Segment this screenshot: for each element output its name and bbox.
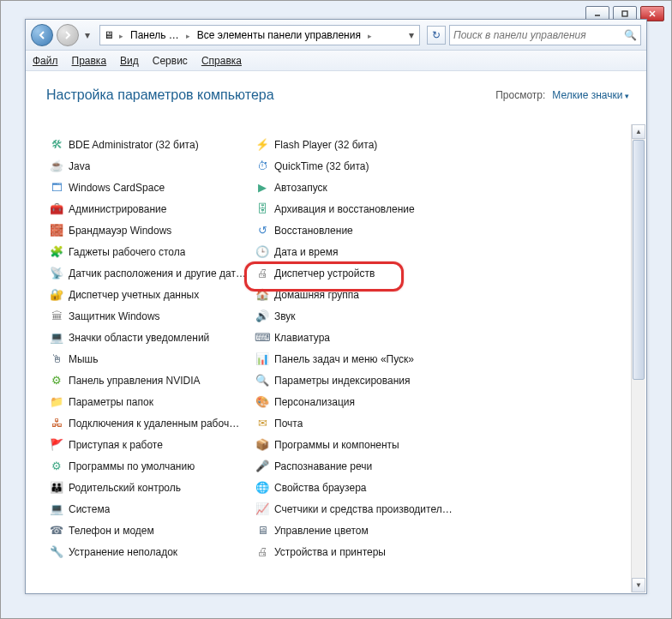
item-label: Диспетчер учетных данных bbox=[69, 289, 199, 301]
scroll-up-button[interactable]: ▲ bbox=[632, 124, 645, 139]
breadcrumb-seg-1[interactable]: Панель … bbox=[127, 29, 183, 41]
item-label: Почта bbox=[274, 418, 303, 430]
menu-tools[interactable]: Сервис bbox=[153, 55, 188, 67]
control-panel-item[interactable]: 📈Счетчики и средства производител… bbox=[252, 498, 458, 520]
control-panel-item[interactable]: 🔧Устранение неполадок bbox=[46, 541, 252, 562]
items-grid: 🛠BDE Administrator (32 бита)⚡Flash Playe… bbox=[46, 134, 621, 562]
item-icon: 🛠 bbox=[50, 138, 63, 152]
item-icon: ↺ bbox=[255, 224, 269, 237]
control-panel-item[interactable]: 👪Родительский контроль bbox=[46, 477, 252, 498]
item-icon: 🖥 bbox=[255, 524, 269, 538]
control-panel-item[interactable]: 🚩Приступая к работе bbox=[46, 434, 252, 455]
menu-file[interactable]: Файл bbox=[33, 55, 58, 67]
item-label: Телефон и модем bbox=[69, 525, 154, 537]
view-dropdown[interactable]: Мелкие значки bbox=[552, 89, 629, 101]
item-icon: 🏠 bbox=[255, 288, 269, 302]
breadcrumb-separator-icon[interactable] bbox=[117, 29, 125, 41]
item-label: Счетчики и средства производител… bbox=[274, 503, 453, 515]
breadcrumb-separator-icon[interactable] bbox=[184, 29, 192, 41]
menu-view[interactable]: Вид bbox=[120, 55, 139, 67]
control-panel-item[interactable]: 🛠BDE Administrator (32 бита) bbox=[46, 134, 252, 155]
item-icon: ✉ bbox=[255, 417, 269, 430]
scroll-down-button[interactable]: ▼ bbox=[632, 578, 645, 592]
search-input[interactable] bbox=[453, 29, 624, 41]
control-panel-item[interactable]: 🖨Устройства и принтеры bbox=[252, 541, 458, 562]
back-button[interactable] bbox=[31, 24, 53, 46]
forward-button[interactable] bbox=[57, 24, 79, 46]
control-panel-item[interactable]: 🖧Подключения к удаленным рабоч… bbox=[46, 412, 252, 434]
control-panel-item[interactable]: 🖨Диспетчер устройств bbox=[252, 262, 458, 284]
control-panel-item[interactable]: 🌐Свойства браузера bbox=[252, 477, 458, 498]
item-icon: 🔐 bbox=[50, 288, 63, 302]
control-panel-item[interactable]: 🏠Домашняя группа bbox=[252, 284, 458, 305]
control-panel-item[interactable]: 🔊Звук bbox=[252, 305, 458, 327]
control-panel-item[interactable]: ↺Восстановление bbox=[252, 219, 458, 241]
item-label: Восстановление bbox=[274, 225, 353, 237]
control-panel-item[interactable]: 🗄Архивация и восстановление bbox=[252, 198, 458, 219]
item-icon: 🚩 bbox=[50, 438, 63, 452]
control-panel-item[interactable]: ☎Телефон и модем bbox=[46, 520, 252, 541]
address-dropdown-icon[interactable]: ▾ bbox=[405, 29, 417, 41]
item-icon: 📡 bbox=[50, 267, 63, 280]
control-panel-item[interactable]: 🏛Защитник Windows bbox=[46, 305, 252, 327]
content-area: Настройка параметров компьютера Просмотр… bbox=[26, 72, 646, 593]
nav-history-dropdown[interactable]: ▾ bbox=[82, 24, 93, 46]
item-icon: ⚡ bbox=[255, 138, 269, 152]
search-icon: 🔍 bbox=[624, 29, 637, 41]
control-panel-item[interactable]: 📡Датчик расположения и другие дат… bbox=[46, 262, 252, 284]
control-panel-item[interactable]: ⏱QuickTime (32 бита) bbox=[252, 155, 458, 177]
item-icon: 👪 bbox=[50, 481, 63, 495]
item-label: Программы и компоненты bbox=[274, 439, 399, 451]
control-panel-item[interactable]: ⚙Панель управления NVIDIA bbox=[46, 370, 252, 391]
item-label: Клавиатура bbox=[274, 332, 330, 344]
scrollbar[interactable]: ▲ ▼ bbox=[631, 124, 645, 592]
item-label: Домашняя группа bbox=[274, 289, 359, 301]
address-bar[interactable]: 🖥 Панель … Все элементы панели управлени… bbox=[99, 25, 420, 45]
item-icon: 🧩 bbox=[50, 245, 63, 259]
search-box[interactable]: 🔍 bbox=[449, 25, 641, 45]
refresh-button[interactable]: ↻ bbox=[427, 26, 446, 45]
control-panel-item[interactable]: 📊Панель задач и меню «Пуск» bbox=[252, 348, 458, 370]
control-panel-item[interactable]: ⚡Flash Player (32 бита) bbox=[252, 134, 458, 155]
item-icon: 🖱 bbox=[50, 352, 63, 366]
item-label: Администрирование bbox=[69, 203, 166, 215]
control-panel-item[interactable]: ⚙Программы по умолчанию bbox=[46, 455, 252, 477]
item-label: Значки области уведомлений bbox=[69, 332, 209, 344]
item-icon: 💻 bbox=[50, 331, 63, 345]
control-panel-item[interactable]: 🧩Гаджеты рабочего стола bbox=[46, 241, 252, 262]
item-label: Windows CardSpace bbox=[69, 182, 165, 194]
control-panel-item[interactable]: ▶Автозапуск bbox=[252, 177, 458, 198]
menu-help[interactable]: Справка bbox=[201, 55, 242, 67]
item-icon: ⏱ bbox=[255, 159, 269, 173]
control-panel-item[interactable]: 🔐Диспетчер учетных данных bbox=[46, 284, 252, 305]
breadcrumb-separator-icon[interactable] bbox=[366, 29, 374, 41]
control-panel-item[interactable]: 🧱Брандмауэр Windows bbox=[46, 219, 252, 241]
control-panel-item[interactable]: 💻Система bbox=[46, 498, 252, 520]
control-panel-item[interactable]: 📦Программы и компоненты bbox=[252, 434, 458, 455]
control-panel-item[interactable]: 🎤Распознавание речи bbox=[252, 455, 458, 477]
control-panel-item[interactable]: 🗔Windows CardSpace bbox=[46, 177, 252, 198]
item-icon: ☕ bbox=[50, 159, 63, 173]
scroll-thumb[interactable] bbox=[633, 140, 645, 380]
item-icon: 🧱 bbox=[50, 224, 63, 237]
control-panel-item[interactable]: 🎨Персонализация bbox=[252, 391, 458, 412]
item-label: Брандмауэр Windows bbox=[69, 225, 171, 237]
control-panel-item[interactable]: 💻Значки области уведомлений bbox=[46, 327, 252, 348]
menu-edit[interactable]: Правка bbox=[72, 55, 107, 67]
control-panel-item[interactable]: ⌨Клавиатура bbox=[252, 327, 458, 348]
item-icon: ⚙ bbox=[50, 460, 63, 473]
breadcrumb-seg-2[interactable]: Все элементы панели управления bbox=[194, 29, 364, 41]
item-icon: 📦 bbox=[255, 438, 269, 452]
control-panel-item[interactable]: 🧰Администрирование bbox=[46, 198, 252, 219]
control-panel-item[interactable]: 📁Параметры папок bbox=[46, 391, 252, 412]
control-panel-item[interactable]: 🖥Управление цветом bbox=[252, 520, 458, 541]
control-panel-item[interactable]: 🕒Дата и время bbox=[252, 241, 458, 262]
item-icon: 🖨 bbox=[255, 267, 269, 280]
control-panel-item[interactable]: ✉Почта bbox=[252, 412, 458, 434]
control-panel-item[interactable]: 🔍Параметры индексирования bbox=[252, 370, 458, 391]
item-label: Параметры папок bbox=[69, 396, 153, 408]
item-label: Диспетчер устройств bbox=[274, 267, 375, 279]
control-panel-item[interactable]: ☕Java bbox=[46, 155, 252, 177]
item-icon: 🌐 bbox=[255, 481, 269, 495]
control-panel-item[interactable]: 🖱Мышь bbox=[46, 348, 252, 370]
